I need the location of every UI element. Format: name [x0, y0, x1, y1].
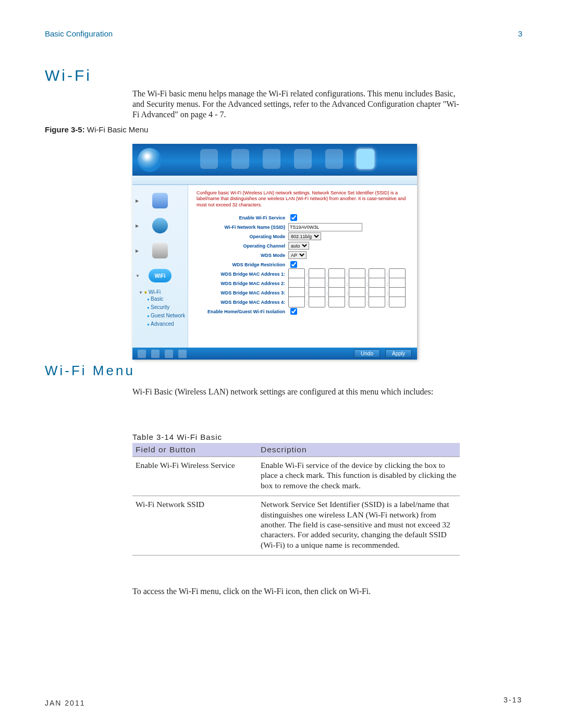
footer-date: JAN 2011: [45, 699, 85, 707]
monitor-icon: [152, 193, 168, 208]
footer-page: 3-13: [504, 696, 522, 704]
top-nav-monitor-icon[interactable]: [294, 149, 312, 169]
sidebar-group-pc[interactable]: ▶: [132, 188, 188, 213]
access-note: To access the Wi-Fi menu, click on the W…: [132, 587, 460, 596]
table-cell-desc: Enable Wi-Fi service of the device by cl…: [258, 457, 460, 496]
input-mac4-a[interactable]: [288, 297, 305, 307]
label-operating-channel: Operating Channel: [197, 243, 288, 249]
footer-tool-icon-2[interactable]: [151, 350, 160, 358]
table-caption: Table 3-14 Wi-Fi Basic: [132, 433, 222, 441]
section-title-wifi: Wi-Fi: [45, 67, 92, 84]
top-nav-gear-icon[interactable]: [325, 149, 343, 169]
screenshot-separator: [132, 176, 417, 185]
figure-label-rest: Wi-Fi Basic Menu: [85, 125, 149, 134]
table-head-field: Field or Button: [132, 443, 258, 457]
screenshot-banner: [132, 144, 417, 176]
tree-item-security[interactable]: Security: [147, 303, 188, 312]
select-operating-mode[interactable]: 802.11b/g: [288, 232, 321, 240]
sidebar: ▶ ▶ ▶ ▼WiFi Wi-Fi Basic Security Guest N…: [132, 185, 188, 348]
input-mac4-b[interactable]: [309, 297, 325, 307]
input-mac4-f[interactable]: [389, 297, 406, 307]
tools-icon: [152, 243, 168, 258]
label-operating-mode: Operating Mode: [197, 234, 288, 239]
footer-tool-icon-3[interactable]: [165, 350, 173, 358]
figure-label: Figure 3-5: Wi-Fi Basic Menu: [45, 125, 148, 134]
table-cell-field: Enable Wi-Fi Wireless Service: [132, 457, 258, 496]
phone-icon: [152, 218, 168, 233]
top-nav-globe-icon[interactable]: [200, 149, 218, 169]
label-isolation: Enable Home/Guest Wi-Fi Isolation: [197, 309, 288, 314]
config-panel: Configure basic Wi-Fi (Wireless LAN) net…: [188, 185, 417, 348]
section-title-wifi-menu: Wi-Fi Menu: [45, 363, 135, 379]
undo-button[interactable]: Undo: [354, 349, 380, 358]
sidebar-tree: Wi-Fi Basic Security Guest Network Advan…: [132, 288, 188, 328]
section-intro: The Wi-Fi basic menu helps manage the Wi…: [132, 89, 460, 120]
table-wifi-basic: Field or Button Description Enable Wi-Fi…: [132, 443, 460, 556]
tree-item-advanced[interactable]: Advanced: [147, 320, 188, 328]
checkbox-wds-restriction[interactable]: [290, 261, 297, 268]
sidebar-group-wifi[interactable]: ▼WiFi: [132, 263, 188, 288]
label-mac-2: WDS Bridge MAC Address 2:: [197, 281, 288, 286]
footer-tool-icon-1[interactable]: [138, 350, 146, 358]
panel-description: Configure basic Wi-Fi (Wireless LAN) net…: [197, 190, 409, 208]
label-enable-wifi: Enable Wi-Fi Service: [197, 215, 288, 220]
tree-item-guest-network[interactable]: Guest Network: [147, 312, 188, 320]
table-cell-desc: Network Service Set Identifier (SSID) is…: [258, 496, 460, 556]
label-wds-restriction: WDS Bridge Restriction: [197, 262, 288, 267]
select-wds-mode[interactable]: AP: [288, 251, 307, 259]
section2-intro: Wi-Fi Basic (Wireless LAN) network setti…: [132, 387, 460, 397]
table-cell-field: Wi-Fi Network SSID: [132, 496, 258, 556]
tree-item-basic[interactable]: Basic: [147, 295, 188, 303]
top-nav-antenna-icon[interactable]: [263, 149, 280, 169]
label-wds-mode: WDS Mode: [197, 253, 288, 258]
select-operating-channel[interactable]: auto: [288, 242, 309, 250]
label-mac-3: WDS Bridge MAC Address 3:: [197, 290, 288, 295]
header-page-num: 3: [518, 29, 522, 38]
header-left: Basic Configuration: [45, 29, 113, 38]
table-head-description: Description: [258, 443, 460, 457]
checkbox-enable-wifi[interactable]: [290, 214, 297, 221]
tree-wifi-root[interactable]: Wi-Fi: [144, 289, 161, 295]
table-row: Wi-Fi Network SSID Network Service Set I…: [132, 496, 460, 556]
screenshot-footer: Undo Apply: [132, 348, 417, 360]
top-nav-signal-icon[interactable]: [231, 149, 249, 169]
motorola-logo-icon: [138, 148, 162, 172]
screenshot-wifi-basic: ▶ ▶ ▶ ▼WiFi Wi-Fi Basic Security Guest N…: [132, 144, 417, 359]
input-ssid[interactable]: [288, 223, 362, 231]
label-mac-1: WDS Bridge MAC Address 1:: [197, 272, 288, 277]
label-mac-4: WDS Bridge MAC Address 4:: [197, 300, 288, 305]
input-mac4-c[interactable]: [328, 297, 345, 307]
apply-button[interactable]: Apply: [385, 349, 412, 358]
checkbox-isolation[interactable]: [290, 308, 297, 315]
top-nav-wifi-icon[interactable]: [357, 149, 374, 169]
input-mac4-d[interactable]: [349, 297, 365, 307]
label-ssid: Wi-Fi Network Name (SSID): [197, 225, 288, 230]
figure-label-bold: Figure 3-5:: [45, 125, 85, 134]
sidebar-group-phone[interactable]: ▶: [132, 213, 188, 238]
footer-tool-icon-4[interactable]: [178, 350, 187, 358]
sidebar-group-tools[interactable]: ▶: [132, 238, 188, 263]
wifi-badge-icon: WiFi: [149, 269, 172, 282]
input-mac4-e[interactable]: [369, 297, 385, 307]
table-row: Enable Wi-Fi Wireless Service Enable Wi-…: [132, 457, 460, 496]
